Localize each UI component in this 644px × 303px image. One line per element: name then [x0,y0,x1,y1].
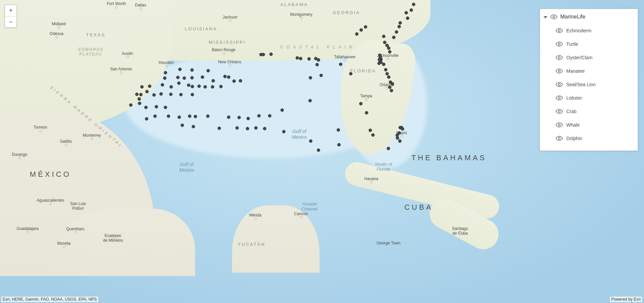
data-point[interactable] [406,16,409,20]
data-point[interactable] [268,114,271,117]
data-point[interactable] [148,85,151,88]
visibility-toggle-icon[interactable] [556,109,563,114]
data-point[interactable] [359,102,363,105]
data-point[interactable] [212,79,215,82]
data-point[interactable] [377,62,381,65]
data-point[interactable] [395,30,398,34]
data-point[interactable] [237,116,241,119]
data-point[interactable] [387,147,390,150]
visibility-toggle-icon[interactable] [556,122,563,128]
data-point[interactable] [378,58,381,61]
visibility-toggle-icon[interactable] [556,68,563,74]
data-point[interactable] [339,63,342,66]
data-point[interactable] [355,32,358,36]
data-point[interactable] [282,130,286,133]
data-point[interactable] [412,3,415,6]
data-point[interactable] [177,81,181,85]
data-point[interactable] [211,85,214,89]
data-point[interactable] [190,76,194,79]
data-point[interactable] [319,74,323,77]
data-point[interactable] [384,68,387,71]
data-point[interactable] [219,85,223,88]
data-point[interactable] [129,103,132,107]
data-point[interactable] [197,85,201,88]
data-point[interactable] [161,83,164,87]
map-viewport[interactable]: Fort WorthDallasMidlandOdessaAustinSan A… [0,0,644,303]
data-point[interactable] [397,25,401,28]
zoom-in-button[interactable]: + [5,5,16,16]
data-point[interactable] [206,114,210,118]
sublayer-row[interactable]: Lobster [540,91,638,105]
data-point[interactable] [179,93,183,96]
data-point[interactable] [191,85,194,88]
data-point[interactable] [382,35,385,38]
data-point[interactable] [203,85,207,89]
zoom-out-button[interactable]: − [5,16,16,27]
data-point[interactable] [190,68,194,72]
data-point[interactable] [392,36,395,39]
data-point[interactable] [144,106,148,109]
sublayer-row[interactable]: Manatee [540,64,638,78]
data-point[interactable] [218,127,221,130]
data-point[interactable] [232,79,236,83]
data-point[interactable] [399,21,402,25]
data-point[interactable] [164,71,167,74]
data-point[interactable] [280,108,284,112]
data-point[interactable] [299,57,302,60]
sublayer-row[interactable]: Whale [540,118,638,132]
data-point[interactable] [315,63,319,66]
data-point[interactable] [309,76,312,79]
data-point[interactable] [178,68,182,71]
data-point[interactable] [178,115,181,119]
data-point[interactable] [188,114,191,118]
data-point[interactable] [308,99,312,102]
data-point[interactable] [187,83,190,87]
data-point[interactable] [359,28,363,32]
collapse-icon[interactable] [543,16,547,19]
data-point[interactable] [364,25,367,29]
visibility-toggle-icon[interactable] [556,95,563,101]
data-point[interactable] [206,69,210,72]
powered-by-text[interactable]: Powered by Esri [610,297,642,302]
data-point[interactable] [257,114,261,117]
data-point[interactable] [382,63,385,66]
data-point[interactable] [145,90,149,93]
data-point[interactable] [396,136,399,140]
sublayer-row[interactable]: Crab [540,105,638,118]
data-point[interactable] [140,85,144,89]
data-point[interactable] [410,8,413,12]
data-point[interactable] [176,76,180,79]
data-point[interactable] [159,92,163,96]
visibility-toggle-icon[interactable] [556,28,563,33]
data-point[interactable] [317,148,320,152]
data-point[interactable] [163,76,166,80]
data-point[interactable] [307,57,311,61]
data-point[interactable] [391,82,394,86]
data-point[interactable] [390,89,393,92]
data-point[interactable] [181,124,184,127]
data-point[interactable] [192,125,195,128]
data-point[interactable] [309,139,312,143]
sublayer-row[interactable]: Dolphin [540,132,638,145]
data-point[interactable] [337,128,340,132]
data-point[interactable] [169,93,173,96]
layer-list-scroll[interactable]: MarineLife EchinodermTurtleOyster/ClamMa… [540,9,638,150]
data-point[interactable] [223,75,227,78]
data-point[interactable] [398,139,402,143]
data-point[interactable] [183,76,186,80]
data-point[interactable] [152,93,156,97]
data-point[interactable] [201,75,204,79]
visibility-toggle-icon[interactable] [550,14,558,20]
data-point[interactable] [139,93,143,96]
data-point[interactable] [365,111,368,114]
data-point[interactable] [138,97,141,101]
data-point[interactable] [296,56,299,60]
data-point[interactable] [164,106,167,109]
data-point[interactable] [194,115,197,118]
data-point[interactable] [153,114,157,118]
data-point[interactable] [387,75,390,79]
data-point[interactable] [401,127,404,131]
data-point[interactable] [385,44,389,47]
sublayer-row[interactable]: Oyster/Clam [540,51,638,64]
data-point[interactable] [388,50,391,54]
